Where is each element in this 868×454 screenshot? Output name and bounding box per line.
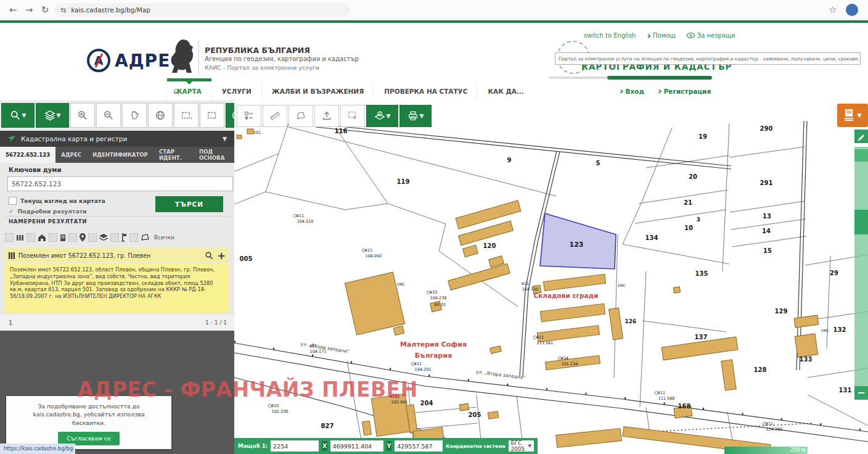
chevron-down-icon[interactable]: ▼ bbox=[223, 136, 227, 142]
svg-text:131: 131 bbox=[839, 387, 852, 394]
cadastral-map[interactable]: 1161199519290202912131310141341512312000… bbox=[234, 101, 868, 454]
switch-to-english-link[interactable]: switch to English bbox=[584, 32, 636, 39]
layers-small-icon[interactable] bbox=[99, 234, 108, 241]
tab-pod-osnova[interactable]: ПОД ОСНОВА bbox=[194, 147, 234, 163]
check-icon[interactable]: ✓ bbox=[9, 208, 14, 215]
chevron-down-icon: ▼ bbox=[387, 113, 391, 119]
zoom-in-button[interactable] bbox=[70, 103, 95, 128]
measure-area-button[interactable] bbox=[289, 105, 313, 127]
svg-text:3: 3 bbox=[697, 217, 700, 223]
filter-checkbox[interactable] bbox=[88, 233, 97, 242]
browser-reload-icon[interactable]: ↻ bbox=[37, 0, 53, 20]
results-pager: 1 1 - 1 / 1 bbox=[0, 315, 234, 331]
results-section-label: НАМЕРЕНИ РЕЗУЛТАТИ bbox=[9, 218, 87, 225]
filter-checkbox[interactable] bbox=[110, 233, 119, 242]
tab-karta[interactable]: КАРТА bbox=[166, 81, 211, 101]
next-extent-button[interactable]: - bbox=[200, 103, 224, 128]
svg-text:4112: 4112 bbox=[390, 394, 400, 399]
filter-checkbox[interactable] bbox=[49, 233, 57, 242]
panel-title-bar[interactable]: Кадастрална карта и регистри ▼ bbox=[0, 131, 234, 147]
current-view-checkbox[interactable] bbox=[9, 197, 17, 205]
svg-text:411: 411 bbox=[297, 213, 304, 218]
tab-identifier-active[interactable]: 56722.652.123 bbox=[0, 147, 55, 163]
measure-distance-button[interactable] bbox=[263, 105, 287, 127]
svg-text:Малтерия София: Малтерия София bbox=[400, 340, 467, 349]
svg-text:101: 101 bbox=[253, 130, 261, 135]
zoom-slider-plus[interactable] bbox=[854, 149, 868, 162]
scale-input[interactable] bbox=[271, 440, 319, 452]
tab-identificator[interactable]: ИДЕНТИФИКАТОР bbox=[87, 147, 154, 163]
building-icon[interactable] bbox=[60, 234, 66, 242]
page-number[interactable]: 1 bbox=[9, 320, 12, 326]
polygon-zone-icon[interactable] bbox=[141, 234, 149, 241]
address-bar[interactable]: ⇆ kais.cadastre.bg/bg/Map bbox=[54, 3, 350, 17]
house-icon[interactable] bbox=[38, 234, 46, 242]
accessibility-link[interactable]: За незрящи bbox=[697, 32, 735, 39]
result-list-item[interactable]: Поземлен имот 56722.652.123, гр. Плевен … bbox=[5, 248, 229, 263]
tab-uslugi[interactable]: УСЛУГИ bbox=[211, 81, 261, 101]
keywords-input[interactable] bbox=[7, 176, 233, 191]
main-nav: КАРТА УСЛУГИ ЖАЛБИ И ВЪЗРАЖЕНИЯ ПРОВЕРКА… bbox=[166, 81, 534, 101]
result-details[interactable]: Поземлен имот 56722.652.123, област Плев… bbox=[5, 263, 229, 313]
layer-info-button[interactable]: ▼ bbox=[366, 105, 398, 127]
search-tabs: 56722.652.123 АДРЕС ИДЕНТИФИКАТОР СТАР И… bbox=[0, 147, 234, 163]
select-region-button[interactable] bbox=[340, 105, 365, 127]
landmark-flag-icon[interactable] bbox=[121, 233, 127, 242]
location-pin-icon[interactable] bbox=[80, 233, 86, 242]
chevron-down-icon: ▼ bbox=[858, 112, 862, 118]
site-settings-icon[interactable]: ⇆ bbox=[60, 6, 66, 14]
pan-hand-button[interactable] bbox=[122, 103, 147, 128]
layers-tool-button[interactable]: ▼ bbox=[36, 103, 69, 128]
zoom-out-button[interactable] bbox=[96, 103, 121, 128]
svg-text:113.561: 113.561 bbox=[537, 340, 554, 345]
reports-panel-button[interactable]: ▼ bbox=[837, 104, 868, 127]
filter-checkbox[interactable] bbox=[68, 233, 77, 242]
svg-text:126: 126 bbox=[625, 318, 637, 324]
filters-all-label[interactable]: Всички bbox=[154, 234, 174, 241]
filter-checkbox[interactable] bbox=[129, 233, 138, 242]
coat-of-arms-lion-icon bbox=[171, 38, 197, 74]
zoom-to-result-icon[interactable] bbox=[205, 251, 214, 260]
chevron-right-icon: › bbox=[620, 85, 624, 97]
map-status-bar: Мащаб 1: X Y Координатна система БГС 200… bbox=[234, 438, 538, 454]
login-link[interactable]: Вход bbox=[626, 88, 644, 95]
tab-address[interactable]: АДРЕС bbox=[55, 147, 87, 163]
tab-star-ident[interactable]: СТАР ИДЕНТ. bbox=[154, 147, 194, 163]
y-coordinate-input[interactable] bbox=[395, 440, 443, 452]
bookmark-star-icon[interactable]: ☆ bbox=[825, 0, 841, 20]
cookie-consent-dialog: За подобряване достъпността до kais.cada… bbox=[6, 396, 171, 449]
scale-label: Мащаб 1: bbox=[238, 443, 268, 449]
add-result-icon[interactable]: + bbox=[218, 250, 226, 262]
upload-button[interactable] bbox=[314, 105, 339, 127]
tab-proverka[interactable]: ПРОВЕРКА НА СТАТУС bbox=[374, 81, 477, 101]
zoom-slider-handle[interactable] bbox=[854, 210, 868, 234]
previous-extent-button[interactable]: + bbox=[174, 103, 199, 128]
eye-icon bbox=[687, 33, 695, 38]
register-link[interactable]: Регистрация bbox=[664, 88, 711, 95]
svg-text:Складови сгради: Складови сгради bbox=[533, 292, 598, 299]
chevron-down-icon: ▼ bbox=[420, 113, 424, 119]
parcels-icon[interactable] bbox=[16, 234, 24, 242]
filter-checkbox[interactable] bbox=[5, 233, 14, 242]
help-link[interactable]: Помощ bbox=[653, 32, 676, 39]
filter-checkbox[interactable] bbox=[27, 233, 35, 242]
svg-text:9: 9 bbox=[507, 157, 512, 163]
zoom-slider-minus[interactable]: − bbox=[854, 386, 868, 400]
browser-back-icon[interactable]: ← bbox=[5, 0, 21, 20]
tab-zhalbi[interactable]: ЖАЛБИ И ВЪЗРАЖЕНИЯ bbox=[261, 81, 374, 101]
tab-kak-da[interactable]: КАК ДА... bbox=[477, 81, 533, 101]
chevron-right-icon: › bbox=[658, 85, 662, 97]
x-coordinate-input[interactable] bbox=[330, 440, 383, 452]
svg-text:5: 5 bbox=[596, 160, 600, 167]
browser-avatar[interactable] bbox=[846, 4, 858, 16]
edit-pencil-button[interactable] bbox=[854, 130, 868, 143]
result-title: Поземлен имот 56722.652.123, гр. Плевен bbox=[18, 252, 150, 259]
crs-select[interactable]: БГС 2005▼ bbox=[509, 440, 534, 452]
map-legend-button[interactable] bbox=[237, 105, 261, 127]
browser-forward-icon[interactable]: → bbox=[21, 0, 37, 20]
search-button[interactable]: ТЪРСИ bbox=[155, 196, 223, 212]
zoom-slider-track[interactable] bbox=[854, 147, 868, 400]
print-button[interactable]: ▼ bbox=[399, 105, 432, 127]
globe-button[interactable] bbox=[148, 103, 173, 128]
search-tool-button[interactable]: ▼ bbox=[1, 103, 35, 128]
